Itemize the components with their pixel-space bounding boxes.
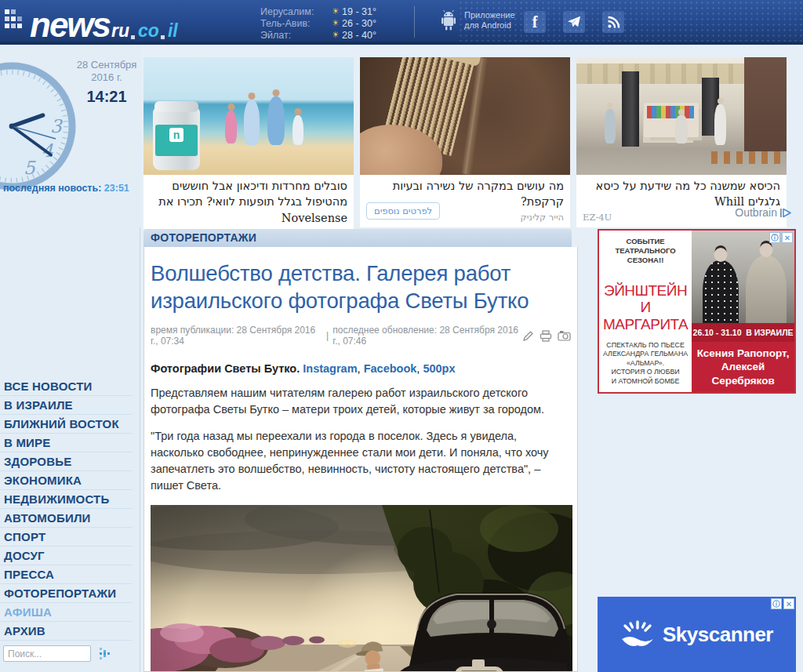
- shop-shelves-art: [644, 103, 699, 137]
- sponsored-thumbnail[interactable]: [360, 57, 570, 175]
- article-link[interactable]: 500px: [423, 362, 455, 375]
- site-logo[interactable]: news ru co il: [5, 2, 178, 42]
- adchoices-controls: ✕: [771, 598, 794, 609]
- sponsored-card[interactable]: הכיסא שמשנה כל מה שידעת על כיסא גלגלים W…: [576, 57, 787, 227]
- weather-row: Тель-Авив:☀26 - 30°: [260, 17, 376, 29]
- sidebar-nav-item[interactable]: АВТОМОБИЛИ: [0, 509, 133, 528]
- search-submit-icon[interactable]: [99, 647, 112, 660]
- article-photo[interactable]: [151, 505, 572, 672]
- header-divider: [414, 6, 415, 38]
- info-icon[interactable]: [769, 232, 780, 243]
- section-header[interactable]: ФОТОРЕПОРТАЖИ: [144, 229, 572, 247]
- facebook-icon[interactable]: f: [524, 11, 546, 33]
- skyscanner-brand-text: Skyscanner: [663, 623, 773, 647]
- theater-ad-photo: [692, 231, 794, 323]
- family-figure: [225, 111, 237, 143]
- sidebar-nav-item[interactable]: ФОТОРЕПОРТАЖИ: [0, 584, 133, 603]
- logo-pixels-icon: [5, 2, 28, 35]
- meta-separator: |: [326, 330, 329, 341]
- sidebar-nav-item[interactable]: ВСЕ НОВОСТИ: [0, 377, 133, 396]
- theater-ad-kicker: СОБЫТИЕ ТЕАТРАЛЬНОГО СЕЗОНА!!: [602, 237, 689, 265]
- rss-glyph: [607, 16, 620, 29]
- close-icon[interactable]: ✕: [783, 598, 794, 609]
- latest-news-label: последняя новость:: [3, 183, 101, 194]
- latest-news-time: 23:51: [104, 183, 129, 194]
- telegram-icon[interactable]: [563, 11, 585, 33]
- sponsored-card[interactable]: מה עושים במקרה של נשירה ובעיות קרקפת?היי…: [360, 57, 570, 227]
- sidebar-nav-item[interactable]: ЗДОРОВЬЕ: [0, 452, 133, 471]
- actor-silhouette: [746, 256, 787, 323]
- theater-ad-media-panel: 26.10 - 31.10 В ИЗРАИЛЕ Ксения Рапопорт,…: [692, 231, 794, 392]
- article-title: Волшебство детства. Галерея работ израил…: [151, 260, 571, 314]
- weather-row: Иерусалим:☀19 - 31°: [260, 5, 376, 17]
- article-links: Instagram, Facebook, 500px: [303, 362, 455, 375]
- product-jar-art: [153, 106, 200, 170]
- theater-ad-title: ЭЙНШТЕЙН И МАРГАРИТА: [602, 282, 689, 334]
- sidebar-nav-item[interactable]: В ИЗРАИЛЕ: [0, 396, 133, 415]
- sponsored-thumbnail[interactable]: [144, 57, 354, 175]
- theater-ad-banner[interactable]: ✕ СОБЫТИЕ ТЕАТРАЛЬНОГО СЕЗОНА!! ЭЙНШТЕЙН…: [598, 229, 796, 394]
- info-icon[interactable]: [771, 598, 782, 609]
- article-meta: время публикации: 28 Сентября 2016 г., 0…: [151, 325, 571, 347]
- sun-icon: ☀: [329, 30, 342, 40]
- sidebar-nav-item[interactable]: ПРЕССА: [0, 565, 133, 584]
- skyscanner-ad-banner[interactable]: ✕ Skyscanner: [598, 597, 796, 672]
- svg-text:3: 3: [50, 116, 63, 136]
- sidebar-nav-item[interactable]: СПОРТ: [0, 528, 133, 547]
- article-tool-icons: [522, 330, 571, 342]
- sidebar-nav-item[interactable]: БЛИЖНИЙ ВОСТОК: [0, 415, 133, 434]
- shopper-figure: [605, 109, 616, 143]
- sidebar-nav-item[interactable]: ЭКОНОМИКА: [0, 471, 133, 490]
- family-figure: [244, 100, 260, 145]
- weather-temp: 28 - 40°: [342, 30, 376, 41]
- sidebar-nav-item[interactable]: АРХИВ: [0, 622, 133, 641]
- close-icon[interactable]: ✕: [782, 232, 793, 243]
- theater-ad-text-panel: СОБЫТИЕ ТЕАТРАЛЬНОГО СЕЗОНА!! ЭЙНШТЕЙН И…: [599, 231, 692, 392]
- theater-ad-actors: Ксения Рапопорт, Алексей Серебряков: [692, 342, 794, 392]
- weather-widget: Иерусалим:☀19 - 31°Тель-Авив:☀26 - 30°Эй…: [260, 5, 376, 41]
- published-time: время публикации: 28 Сентября 2016 г., 0…: [151, 325, 322, 347]
- sponsored-title[interactable]: הכיסא שמשנה כל מה שידעת על כיסא גלגלים W…: [583, 178, 780, 210]
- lead-bold-text: Фотографии Светы Бутко.: [151, 362, 300, 375]
- weather-row: Эйлат:☀28 - 40°: [260, 29, 376, 41]
- sidebar-nav-item[interactable]: ДОСУГ: [0, 547, 133, 565]
- android-app-link[interactable]: Приложение для Android: [439, 9, 515, 31]
- article-lead: Фотографии Светы Бутко. Instagram, Faceb…: [151, 362, 571, 375]
- actress-silhouette: [703, 260, 739, 323]
- shopper-figure: [675, 115, 688, 143]
- svg-text:5: 5: [24, 158, 36, 178]
- android-icon: [439, 9, 458, 31]
- search-input[interactable]: [3, 645, 91, 662]
- article-link[interactable]: Facebook: [364, 362, 417, 375]
- rss-icon[interactable]: [602, 11, 624, 33]
- android-app-label: Приложение для Android: [464, 10, 515, 31]
- sponsored-thumbnail[interactable]: [576, 57, 787, 175]
- weather-city: Эйлат:: [260, 30, 329, 41]
- latest-news-line[interactable]: последняя новость: 23:51: [3, 183, 129, 194]
- sidebar-nav-item[interactable]: НЕДВИЖИМОСТЬ: [0, 490, 133, 509]
- sun-icon: ☀: [329, 18, 342, 28]
- sponsored-card[interactable]: סובלים מחרדות ודיכאון אבל חוששים מהטיפול…: [144, 57, 354, 243]
- brick-wall-art: [744, 57, 787, 151]
- logo-text-co: co: [138, 19, 159, 42]
- search-box: [3, 645, 112, 662]
- sponsored-caption: הכיסא שמשנה כל מה שידעת על כיסא גלגלים W…: [576, 175, 787, 227]
- theater-ad-dates: 26.10 - 31.10 В ИЗРАИЛЕ: [692, 323, 794, 342]
- logo-text-il: il: [168, 19, 178, 42]
- skyscanner-logo-icon: [620, 620, 655, 648]
- logo-text-ru: ru: [111, 19, 129, 42]
- article-container: Волшебство детства. Галерея работ израил…: [144, 247, 578, 672]
- edit-icon[interactable]: [522, 330, 534, 342]
- sidebar-nav-item[interactable]: АФИША: [0, 603, 133, 622]
- camera-icon[interactable]: [558, 330, 571, 341]
- sponsored-title[interactable]: סובלים מחרדות ודיכאון אבל חוששים מהטיפול…: [150, 178, 347, 226]
- logo-dot: [131, 35, 135, 39]
- article-link[interactable]: Instagram: [303, 362, 357, 375]
- sidebar-nav-item[interactable]: В МИРЕ: [0, 434, 133, 452]
- print-icon[interactable]: [540, 330, 552, 342]
- weather-temp: 19 - 31°: [342, 6, 376, 17]
- outbrain-logo[interactable]: Outbrain: [690, 206, 792, 219]
- chairs-art: [711, 151, 782, 164]
- weather-temp: 26 - 30°: [342, 18, 376, 29]
- more-details-button[interactable]: לפרטים נוספים: [366, 202, 440, 220]
